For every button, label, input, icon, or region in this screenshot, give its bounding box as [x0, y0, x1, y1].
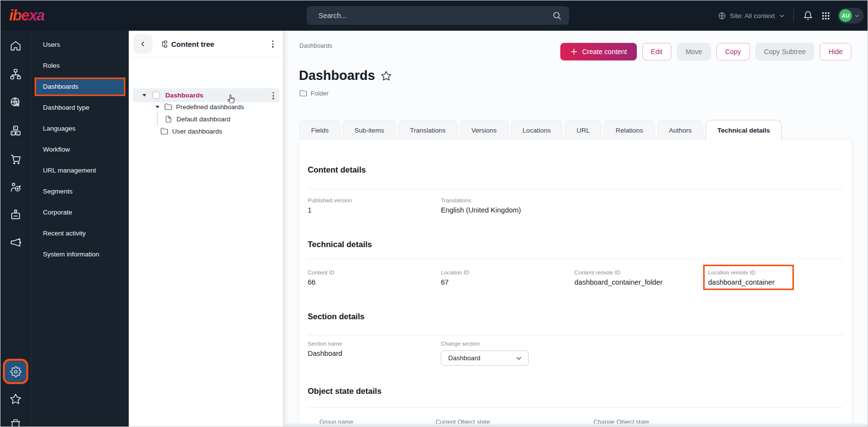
nav-admin[interactable]: [5, 361, 26, 382]
tree-item-label: User dashboards: [172, 128, 222, 135]
caret-down-icon[interactable]: [156, 106, 159, 108]
tree-item-label: Dashboards: [165, 92, 203, 99]
content-tree-panel: Content tree Dashboards Predefined dashb…: [129, 31, 283, 427]
chevron-down-icon: [779, 13, 785, 19]
sidebar-item-segments[interactable]: Segments: [31, 181, 129, 202]
section-heading-technical-details: Technical details: [308, 240, 372, 249]
sidebar-item-recent-activity[interactable]: Recent activity: [31, 223, 129, 244]
tab-relations[interactable]: Relations: [604, 120, 654, 140]
tab-fields[interactable]: Fields: [299, 120, 340, 140]
field-translations: Translations English (United Kingdom): [441, 197, 521, 214]
tab-authors[interactable]: Authors: [657, 120, 704, 140]
target-person-icon: [9, 181, 22, 194]
sidebar-item-url-management[interactable]: URL management: [31, 160, 129, 181]
grid-icon: [821, 11, 830, 20]
sidebar-item-workflow[interactable]: Workflow: [31, 139, 129, 160]
app-switcher-button[interactable]: [820, 10, 831, 21]
divider: [308, 259, 843, 259]
hide-button[interactable]: Hide: [820, 43, 851, 60]
change-section-dropdown[interactable]: Dashboard: [441, 350, 529, 366]
bookmark-star-icon[interactable]: [380, 70, 392, 82]
breadcrumb[interactable]: Dashboards: [299, 42, 332, 49]
nav-home[interactable]: [9, 39, 22, 52]
nav-site[interactable]: [9, 96, 22, 109]
nav-trash[interactable]: [10, 419, 21, 427]
tree-options-button[interactable]: [270, 39, 276, 50]
avatar: AU: [839, 9, 852, 22]
tab-url[interactable]: URL: [565, 120, 601, 140]
nav-content-structure[interactable]: [9, 68, 22, 80]
caret-down-icon[interactable]: [142, 94, 146, 97]
tab-bar: Fields Sub-items Translations Versions L…: [299, 120, 782, 140]
collapse-tree-button[interactable]: [133, 34, 153, 54]
site-context-selector[interactable]: Site: All context: [718, 12, 785, 20]
folder-icon: [299, 89, 307, 97]
cart-icon: [9, 153, 22, 165]
sidebar-item-dashboards[interactable]: Dashboards: [36, 79, 124, 95]
user-menu[interactable]: AU: [838, 8, 864, 23]
sidebar-item-users[interactable]: Users: [31, 34, 129, 55]
search-input[interactable]: [307, 12, 552, 19]
sidebar-item-system-information[interactable]: System information: [31, 244, 129, 265]
nav-commerce[interactable]: [9, 153, 22, 165]
folder-icon: [164, 103, 172, 111]
technical-details-panel: Content details Published version 1 Tran…: [299, 140, 851, 424]
tree-item-checkbox[interactable]: [153, 92, 160, 99]
divider: [308, 408, 843, 408]
section-heading-content-details: Content details: [308, 165, 366, 175]
site-context-label: Site: All context: [730, 12, 775, 19]
action-bar: Create content Edit Move Copy Copy Subtr…: [560, 43, 851, 60]
tab-translations[interactable]: Translations: [398, 120, 457, 140]
cursor-pointer-icon: [227, 94, 237, 104]
topbar-right: Site: All context AU: [718, 0, 864, 31]
globe-icon: [718, 12, 726, 20]
tree-item-dashboards[interactable]: Dashboards: [133, 88, 279, 102]
tab-locations[interactable]: Locations: [511, 120, 563, 140]
tree-item-user-dashboards[interactable]: User dashboards: [129, 125, 222, 137]
create-content-button[interactable]: Create content: [560, 43, 637, 60]
copy-subtree-button[interactable]: Copy Subtree: [755, 43, 815, 60]
page-title: Dashboards: [299, 68, 375, 83]
section-heading-object-state-details: Object state details: [308, 387, 381, 396]
section-heading-section-details: Section details: [308, 312, 364, 321]
nav-bookmarks[interactable]: [9, 393, 22, 406]
nav-personalization[interactable]: [9, 181, 22, 194]
nav-marketing[interactable]: [9, 236, 22, 249]
notifications-button[interactable]: [802, 10, 814, 21]
trash-icon: [10, 419, 21, 427]
copy-button[interactable]: Copy: [716, 43, 750, 60]
tree-item-default-dashboard[interactable]: Default dashboard: [129, 113, 230, 125]
content-type-label: Folder: [311, 90, 329, 97]
nav-products[interactable]: [9, 124, 22, 137]
megaphone-icon: [9, 236, 22, 249]
tree-item-options-button[interactable]: [271, 90, 276, 101]
hierarchy-icon: [9, 68, 22, 80]
content-type-row: Folder: [299, 89, 329, 97]
content-tree-title: Content tree: [171, 40, 214, 48]
icon-rail: [0, 31, 31, 427]
sidebar-item-languages[interactable]: Languages: [31, 118, 129, 139]
topbar: ibexa Site: All context: [0, 0, 868, 31]
topbar-divider: [793, 9, 794, 22]
tab-versions[interactable]: Versions: [460, 120, 509, 140]
tab-technical-details[interactable]: Technical details: [706, 120, 782, 140]
kebab-icon: [272, 40, 274, 42]
edit-button[interactable]: Edit: [642, 43, 671, 60]
tab-sub-items[interactable]: Sub-items: [343, 120, 396, 140]
chevron-down-icon: [854, 13, 860, 19]
sidebar-item-corporate[interactable]: Corporate: [31, 202, 129, 223]
nav-corporate[interactable]: [9, 208, 22, 221]
star-icon: [9, 393, 22, 406]
ibexa-logo[interactable]: ibexa: [9, 7, 44, 24]
divider: [308, 335, 843, 335]
plus-icon: [570, 48, 578, 56]
sidebar-item-dashboard-type[interactable]: Dashboard type: [31, 97, 129, 118]
boxes-icon: [9, 124, 22, 137]
gear-icon: [10, 366, 21, 377]
sidebar-item-roles[interactable]: Roles: [31, 55, 129, 76]
global-search[interactable]: [307, 6, 569, 25]
admin-sidebar: Users Roles Dashboards Dashboard type La…: [31, 31, 129, 427]
move-button[interactable]: Move: [677, 43, 711, 60]
globe-pointer-icon: [9, 96, 22, 109]
tree-item-label: Default dashboard: [177, 116, 230, 123]
